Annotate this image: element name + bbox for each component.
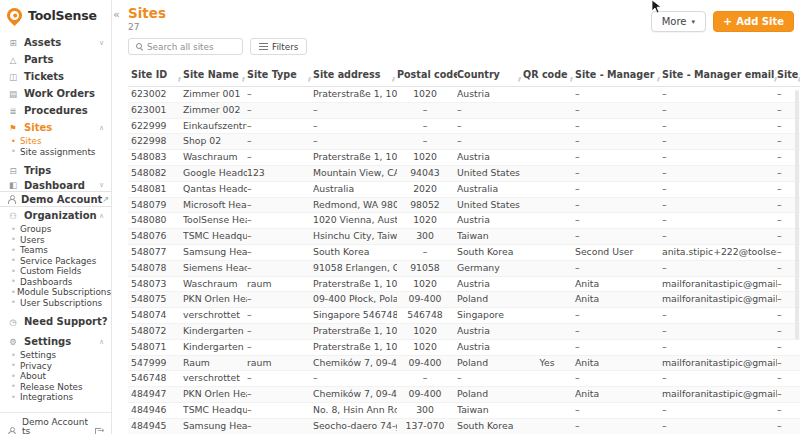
- sidebar-item-parts[interactable]: △ Parts: [0, 51, 111, 68]
- table-row[interactable]: 548074 verschrottet – Singapore 546748 5…: [128, 308, 800, 324]
- sidebar-subitem[interactable]: Settings: [0, 350, 111, 361]
- table-row[interactable]: 623001 Zimmer 002 – – – – – – –: [128, 103, 800, 119]
- caret-down-icon: ▾: [692, 18, 696, 26]
- sidebar-item-sites[interactable]: ⚑ Sites ∧: [0, 119, 111, 136]
- table-scrollbar[interactable]: [795, 90, 799, 340]
- search-input[interactable]: [147, 42, 227, 52]
- sidebar-item-work-orders[interactable]: ▤ Work Orders: [0, 85, 111, 102]
- table-row[interactable]: 548079 Microsoft Headquarters – Redmond,…: [128, 198, 800, 214]
- column-resize-handle-icon[interactable]: ∕∕: [242, 76, 244, 86]
- cell-site-manager: –: [575, 182, 662, 197]
- column-header-label: Country: [457, 69, 500, 80]
- table-row[interactable]: 484946 TSMC Headquarters – No. 8, Hsin A…: [128, 403, 800, 419]
- table-row[interactable]: 548082 Google Headquarters 123 Mountain …: [128, 166, 800, 182]
- brand-logo[interactable]: ToolSense: [0, 0, 111, 30]
- cell-country: Taiwan: [457, 403, 523, 418]
- sidebar-item-label: Settings: [24, 336, 71, 347]
- cell-site-id: 484946: [128, 403, 183, 418]
- filters-button[interactable]: Filters: [250, 38, 307, 55]
- sidebar-item-procedures[interactable]: ≣ Procedures: [0, 102, 111, 119]
- sidebar-item-trips[interactable]: ⊟ Trips: [0, 162, 111, 179]
- table-row[interactable]: 622999 Einkaufszentrum – – – – – – –: [128, 119, 800, 135]
- logout-icon[interactable]: [95, 427, 104, 434]
- cell-site-extra: –: [777, 387, 800, 402]
- sidebar-subitem[interactable]: Dashboards: [0, 277, 111, 288]
- cell-site-id: 548081: [128, 182, 183, 197]
- table-column-header[interactable]: Site - Manager ∕∕: [575, 62, 662, 86]
- plus-icon: +: [723, 15, 732, 28]
- bullet-icon: [11, 372, 20, 381]
- procedures-icon: ≣: [7, 106, 19, 116]
- table-row[interactable]: 548083 Waschraum – Praterstraße 1, 1020 …: [128, 150, 800, 166]
- sidebar-subitem[interactable]: Module Subscriptions: [0, 287, 111, 298]
- sidebar-subitem[interactable]: Groups: [0, 224, 111, 235]
- table-row[interactable]: 622998 Shop 02 – – – – – – –: [128, 134, 800, 150]
- table-column-header[interactable]: Site ∕∕: [777, 62, 800, 86]
- table-row[interactable]: 548071 Kindergarten – Praterstraße 1, 10…: [128, 340, 800, 356]
- chevron-up-icon: ∧: [99, 212, 104, 220]
- sidebar-subitem[interactable]: User Subscriptions: [0, 298, 111, 309]
- column-resize-handle-icon[interactable]: ∕∕: [570, 76, 572, 86]
- sidebar-item-settings[interactable]: ⚙ Settings ∧: [0, 333, 111, 350]
- cell-site-address: –: [313, 103, 397, 118]
- table-row[interactable]: 548072 Kindergarten – Praterstraße 1, 10…: [128, 324, 800, 340]
- bullet-icon: [11, 137, 20, 146]
- sidebar-user-footer[interactable]: Demo Account ts –: [0, 412, 111, 434]
- table-row[interactable]: 548078 Siemens Headquarters – 91058 Erla…: [128, 261, 800, 277]
- column-resize-handle-icon[interactable]: ∕∕: [657, 76, 659, 86]
- sidebar-subitem[interactable]: Privacy: [0, 361, 111, 372]
- sidebar-item-tickets[interactable]: ◫ Tickets: [0, 68, 111, 85]
- sidebar-subitem[interactable]: Integrations: [0, 392, 111, 403]
- more-button[interactable]: More ▾: [651, 11, 706, 32]
- sidebar-subitem[interactable]: Teams: [0, 245, 111, 256]
- cell-qr-code: [523, 229, 575, 244]
- column-resize-handle-icon[interactable]: ∕∕: [774, 76, 776, 86]
- table-row[interactable]: 548081 Qantas Headquarters – Australia 2…: [128, 182, 800, 198]
- sidebar-item-organization[interactable]: ⚇ Organization ∧: [0, 207, 111, 224]
- table-column-header[interactable]: Site Name ∕∕: [183, 62, 247, 86]
- sidebar-item-need-support[interactable]: ◷ Need Support?: [0, 313, 111, 330]
- table-column-header[interactable]: QR code ∕∕: [523, 62, 575, 86]
- table-row[interactable]: 548075 PKN Orlen Headquarters – 09-400 P…: [128, 292, 800, 308]
- column-resize-handle-icon[interactable]: ∕∕: [178, 76, 180, 86]
- column-resize-handle-icon[interactable]: ∕∕: [518, 76, 520, 86]
- table-column-header[interactable]: Country ∕∕: [457, 62, 523, 86]
- cell-qr-code: [523, 340, 575, 355]
- column-resize-handle-icon[interactable]: ∕∕: [392, 76, 394, 86]
- table-column-header[interactable]: Site address ∕∕: [313, 62, 397, 86]
- table-column-header[interactable]: Site ID ∕∕: [128, 62, 183, 86]
- cell-site-id: 623002: [128, 87, 183, 102]
- table-column-header[interactable]: Site Type ∕∕: [247, 62, 313, 86]
- table-row[interactable]: 547999 Raum raum Chemików 7, 09-400 09-4…: [128, 356, 800, 372]
- cell-site-extra: –: [777, 340, 800, 355]
- column-resize-handle-icon[interactable]: ∕∕: [308, 76, 310, 86]
- cell-site-name: Samsung Headquarters: [183, 419, 247, 434]
- table-row[interactable]: 548073 Waschraum raum Praterstraße 1, 10…: [128, 277, 800, 293]
- sidebar-collapse-icon[interactable]: «: [113, 8, 120, 21]
- cell-site-address: Seocho-daero 74-gil: [313, 419, 397, 434]
- table-row[interactable]: 546748 verschrottet – – – – – – –: [128, 371, 800, 387]
- sidebar-subitem[interactable]: Service Packages: [0, 256, 111, 267]
- table-row[interactable]: 484947 PKN Orlen Headquarters – Chemików…: [128, 387, 800, 403]
- sidebar-subitem-site-assignments[interactable]: Site assignments: [0, 147, 111, 158]
- sidebar-item-dashboard[interactable]: ◧ Dashboard ∨: [0, 179, 111, 191]
- sidebar-subitem-sites[interactable]: Sites: [0, 136, 111, 147]
- add-site-button[interactable]: + Add Site: [713, 11, 794, 32]
- cell-site-manager: –: [575, 261, 662, 276]
- sidebar-subitem[interactable]: Users: [0, 235, 111, 246]
- table-row[interactable]: 484945 Samsung Headquarters – Seocho-dae…: [128, 419, 800, 434]
- cell-site-manager: –: [575, 198, 662, 213]
- sidebar-item-assets[interactable]: ⊞ Assets ∨: [0, 34, 111, 51]
- table-column-header[interactable]: Postal code ∕∕: [397, 62, 457, 86]
- table-column-header[interactable]: Site - Manager email ∕∕: [662, 62, 777, 86]
- sidebar-subitem[interactable]: Release Notes: [0, 382, 111, 393]
- search-box[interactable]: [128, 38, 243, 55]
- table-row[interactable]: 623002 Zimmer 001 – Praterstraße 1, 1020…: [128, 87, 800, 103]
- sidebar-subitem[interactable]: Custom Fields: [0, 266, 111, 277]
- sidebar-subitem[interactable]: About: [0, 371, 111, 382]
- table-row[interactable]: 548080 ToolSense Headquarters – 1020 Vie…: [128, 213, 800, 229]
- table-row[interactable]: 548077 Samsung Headquarters – South Kore…: [128, 245, 800, 261]
- table-row[interactable]: 548076 TSMC Headquarters – Hsinchu City,…: [128, 229, 800, 245]
- cell-postal-code: 94043: [397, 166, 457, 181]
- sidebar-item-demo-account[interactable]: Demo Account ↗: [0, 191, 111, 207]
